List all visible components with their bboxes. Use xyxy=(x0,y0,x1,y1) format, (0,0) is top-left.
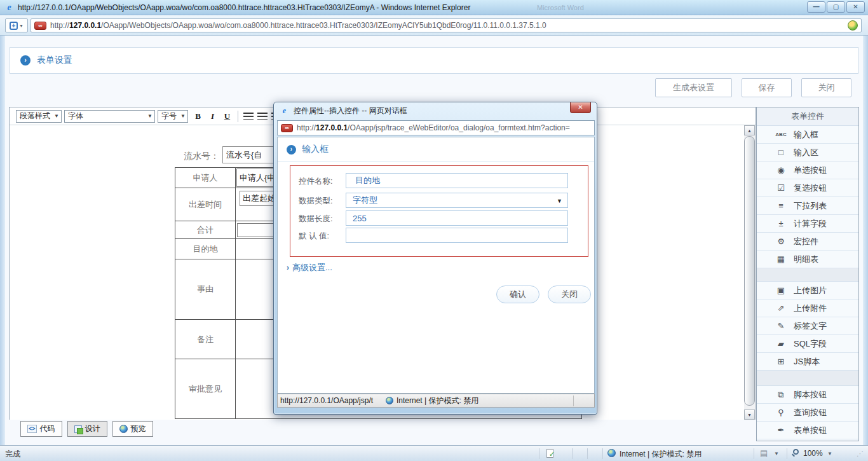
italic-button[interactable]: I xyxy=(205,110,220,123)
palette-item-复选按钮[interactable]: ☑复选按钮 xyxy=(757,179,858,197)
cell-input[interactable] xyxy=(237,223,274,237)
attachment-icon: ⇗ xyxy=(773,303,789,313)
palette-item-明细表[interactable]: ▦明细表 xyxy=(757,251,858,268)
minimize-button[interactable]: — xyxy=(807,1,825,13)
gear-icon: ⚙ xyxy=(773,237,789,246)
checkbox-icon: ☑ xyxy=(773,183,789,193)
dialog-title: 控件属性--插入控件 -- 网页对话框 xyxy=(294,106,407,116)
font-family-label: 字体 xyxy=(68,111,83,121)
chevron-down-icon: ▼ xyxy=(144,113,153,119)
data-type-select[interactable]: 字符型▼ xyxy=(346,193,568,208)
status-text: 完成 xyxy=(5,449,20,460)
window-frame-left xyxy=(0,36,5,445)
palette-item-查询按钮[interactable]: ⚲查询按钮 xyxy=(757,404,858,422)
field-input[interactable]: 目的地 xyxy=(346,173,568,188)
palette-item-脚本按钮[interactable]: ⧉脚本按钮 xyxy=(757,386,858,404)
palette-item-计算字段[interactable]: ±计算字段 xyxy=(757,215,858,233)
section-arrow-icon: › xyxy=(20,55,31,65)
protected-mode-icon[interactable]: ▤ xyxy=(760,448,768,458)
tab-代码[interactable]: <>代码 xyxy=(20,421,62,437)
palette-item-下拉列表[interactable]: ≡下拉列表 xyxy=(757,197,858,215)
ie-logo-icon: e xyxy=(4,3,14,12)
font-size-select[interactable]: 字号 ▼ xyxy=(158,110,188,123)
chevron-down-icon: ▼ xyxy=(557,198,562,204)
palette-title: 表单控件 xyxy=(757,107,858,126)
action-button-2[interactable]: 保存 xyxy=(742,78,792,97)
row-label: 事由 xyxy=(175,259,236,320)
close-button[interactable]: ✕ xyxy=(846,1,865,13)
action-button-3[interactable]: 关闭 xyxy=(801,78,851,97)
palette-items: ABC输入框□输入区◉单选按钮☑复选按钮≡下拉列表±计算字段⚙宏控件▦明细表▣上… xyxy=(757,126,858,439)
chevron-down-icon[interactable]: ▼ xyxy=(774,451,779,457)
zoom-magnifier-icon[interactable] xyxy=(793,449,799,455)
underline-button[interactable]: U xyxy=(220,110,234,123)
dialog-url-text: http://127.0.0.1/OAapp/jsp/trace_eWebEdi… xyxy=(297,123,570,132)
palette-item-JS脚本[interactable]: ⊞JS脚本 xyxy=(757,353,858,371)
scroll-down-icon[interactable]: ▼ xyxy=(744,409,755,420)
font-family-select[interactable]: 字体 ▼ xyxy=(64,110,155,123)
favorites-add-button[interactable]: + ▼ xyxy=(5,18,28,32)
palette-item-label: 上传图片 xyxy=(794,285,827,296)
zoom-level[interactable]: 100% xyxy=(803,449,823,458)
url-host: 127.0.0.1 xyxy=(69,21,101,30)
resize-grip[interactable]: ⋰ xyxy=(857,450,864,458)
field-input[interactable]: 255 xyxy=(346,210,568,226)
palette-item-label: 计算字段 xyxy=(794,218,827,230)
row-label: 合计 xyxy=(175,221,236,239)
status-separator xyxy=(572,448,573,459)
section-arrow-icon: › xyxy=(287,145,296,155)
scroll-up-icon[interactable]: ▲ xyxy=(744,125,755,135)
dialog-close-button[interactable]: ✕ xyxy=(570,102,591,113)
internet-zone-icon xyxy=(386,397,393,404)
palette-item-表单按钮[interactable]: ✒表单按钮 xyxy=(757,422,858,439)
align-left-icon[interactable] xyxy=(243,113,254,120)
chevron-down-icon: ▼ xyxy=(177,113,186,119)
dialog-body: › 输入框 控件名称:目的地数据类型:字符型▼数据长度:255默 认 值: › … xyxy=(277,137,595,394)
chevron-down-icon: ▼ xyxy=(51,113,59,119)
palette-item-label: 明细表 xyxy=(794,254,818,265)
paragraph-style-label: 段落样式 xyxy=(20,111,50,121)
tab-预览[interactable]: 预览 xyxy=(112,421,153,437)
palette-item-输入区[interactable]: □输入区 xyxy=(757,144,858,162)
dialog-field-row: 默 认 值: xyxy=(290,228,588,243)
field-label: 默 认 值: xyxy=(299,231,329,242)
row-label: 审批意见 xyxy=(175,359,236,419)
palette-item-输入框[interactable]: ABC输入框 xyxy=(757,126,858,144)
palette-item-label: 输入区 xyxy=(794,147,818,158)
palette-item-上传图片[interactable]: ▣上传图片 xyxy=(757,282,858,299)
zone-text: Internet | 保护模式: 禁用 xyxy=(620,449,702,460)
scrollbar-thumb[interactable] xyxy=(744,136,755,406)
paragraph-style-select[interactable]: 段落样式 ▼ xyxy=(16,110,62,123)
status-separator xyxy=(602,448,603,459)
palette-item-单选按钮[interactable]: ◉单选按钮 xyxy=(757,162,858,179)
address-bar: + ▼ ∞ http://127.0.0.1/OAapp/WebObjects/… xyxy=(0,15,868,36)
dialog-url-path: /OAapp/jsp/trace_eWebEditor/oa_dialog/oa… xyxy=(348,123,570,132)
palette-item-SQL字段[interactable]: ▰SQL字段 xyxy=(757,335,858,353)
action-button-1[interactable]: 生成表设置 xyxy=(655,78,732,97)
chevron-down-icon[interactable]: ▼ xyxy=(827,451,832,457)
dialog-titlebar: e 控件属性--插入控件 -- 网页对话框 xyxy=(274,102,597,119)
palette-item-上传附件[interactable]: ⇗上传附件 xyxy=(757,299,858,317)
calc-icon: ± xyxy=(773,219,789,228)
row-label: 出差时间 xyxy=(175,188,236,221)
check-icon: ✓ xyxy=(549,450,555,458)
advanced-settings-link[interactable]: › 高级设置... xyxy=(287,262,332,273)
page-title: 表单设置 xyxy=(37,55,72,66)
abc-icon: ABC xyxy=(773,132,789,137)
palette-item-label: 宏控件 xyxy=(794,236,818,247)
dialog-close-action-button[interactable]: 关闭 xyxy=(548,286,591,303)
add-icon: + xyxy=(10,22,18,30)
maximize-button[interactable]: ▢ xyxy=(827,1,845,13)
bold-button[interactable]: B xyxy=(191,110,205,123)
palette-item-标签文字[interactable]: ✎标签文字 xyxy=(757,317,858,335)
tab-设计[interactable]: 设计 xyxy=(67,421,107,437)
canvas-scrollbar[interactable]: ▲ ▼ xyxy=(744,125,755,420)
url-input[interactable]: ∞ http://127.0.0.1/OAapp/WebObjects/OAap… xyxy=(31,18,862,32)
palette-item-宏控件[interactable]: ⚙宏控件 xyxy=(757,233,858,251)
action-buttons: 生成表设置保存关闭 xyxy=(655,78,851,97)
script-icon: ⊞ xyxy=(773,357,789,366)
align-center-icon[interactable] xyxy=(257,113,268,120)
field-input[interactable] xyxy=(346,228,568,243)
confirm-button[interactable]: 确认 xyxy=(496,286,539,303)
go-refresh-icon[interactable] xyxy=(848,20,858,31)
